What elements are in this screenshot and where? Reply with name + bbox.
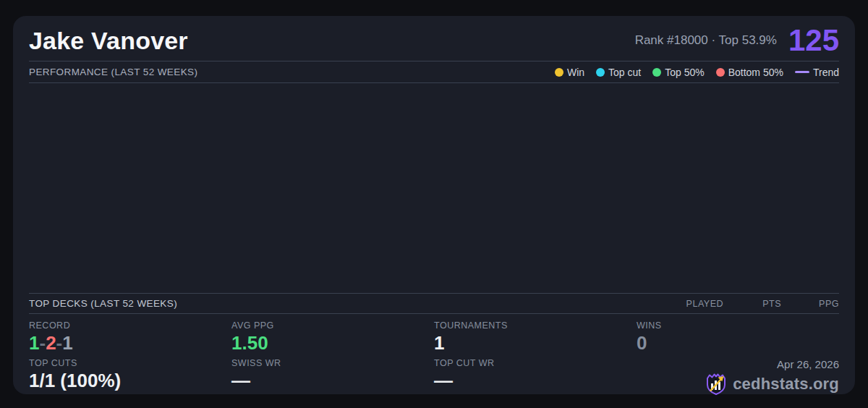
top-decks-column-headers: PLAYED PTS PPG [665,299,839,309]
stat-label: TOURNAMENTS [434,320,637,331]
top-cut-wr-value: — [434,370,637,391]
summary-stats-grid: RECORD 1-2-1 AVG PPG 1.50 TOURNAMENTS 1 … [29,314,839,399]
generated-date: Apr 26, 2026 [777,358,839,370]
chart-legend: Win Top cut Top 50% Bottom 50% Trend [555,67,839,78]
stat-label: RECORD [29,320,231,331]
swiss-wr-value: — [231,370,434,391]
wins-value: 0 [637,333,839,354]
column-header-pts: PTS [723,299,781,309]
cedhstats-shield-logo-icon [705,373,727,396]
stat-top-cuts: TOP CUTS 1/1 (100%) [29,357,231,394]
rank-text: Rank #18000 · Top 53.9% [635,33,777,48]
stat-avg-ppg: AVG PPG 1.50 [231,319,434,357]
stat-top-cut-wr: TOP CUT WR — [434,357,637,394]
top-cut-dot-icon [596,68,605,77]
legend-label: Bottom 50% [728,67,783,78]
stat-label: AVG PPG [231,320,434,331]
tournaments-value: 1 [434,333,637,354]
record-value: 1-2-1 [29,333,231,354]
legend-item-trend[interactable]: Trend [795,67,839,78]
column-header-ppg: PPG [781,299,839,309]
player-name: Jake Vanover [29,27,188,55]
brand-text: cedhstats.org [733,375,839,394]
stat-swiss-wr: SWISS WR — [231,357,434,394]
win-dot-icon [555,68,563,77]
record-sep: - [56,332,63,354]
performance-section-title: PERFORMANCE (LAST 52 WEEKS) [29,67,197,77]
stat-wins: WINS 0 [637,319,839,357]
player-stats-card: Jake Vanover Rank #18000 · Top 53.9% 125… [13,16,855,394]
card-header: Jake Vanover Rank #18000 · Top 53.9% 125 [29,16,839,61]
performance-header-row: PERFORMANCE (LAST 52 WEEKS) Win Top cut … [29,61,839,82]
stat-label: TOP CUTS [29,358,231,368]
record-losses: 2 [46,332,56,354]
legend-item-bottom-50[interactable]: Bottom 50% [716,67,783,78]
legend-item-top-50[interactable]: Top 50% [652,67,704,78]
legend-label: Win [567,67,584,78]
stat-label: SWISS WR [231,358,434,368]
column-header-played: PLAYED [665,299,723,309]
legend-label: Trend [813,67,839,78]
stat-record: RECORD 1-2-1 [29,319,231,357]
stat-tournaments: TOURNAMENTS 1 [434,319,637,357]
rank-summary: Rank #18000 · Top 53.9% 125 [635,25,839,56]
record-sep: - [39,332,46,354]
avg-ppg-value: 1.50 [231,333,434,354]
stat-label: WINS [637,320,839,331]
top-cuts-value: 1/1 (100%) [29,370,231,391]
card-footer: Apr 26, 2026 cedhstats.org [637,357,839,399]
legend-label: Top 50% [665,67,704,78]
record-draws: 1 [62,332,72,354]
top-50-dot-icon [652,68,661,77]
performance-chart-area [29,83,839,293]
legend-label: Top cut [608,67,641,78]
stat-label: TOP CUT WR [434,358,637,368]
record-wins: 1 [29,332,39,354]
player-score: 125 [788,25,839,56]
top-decks-header-row: TOP DECKS (LAST 52 WEEKS) PLAYED PTS PPG [29,294,839,313]
brand-link[interactable]: cedhstats.org [705,373,839,396]
trend-line-icon [795,71,809,73]
legend-item-win[interactable]: Win [555,67,584,78]
bottom-50-dot-icon [716,68,725,77]
legend-item-top-cut[interactable]: Top cut [596,67,641,78]
top-decks-section-title: TOP DECKS (LAST 52 WEEKS) [29,298,177,309]
